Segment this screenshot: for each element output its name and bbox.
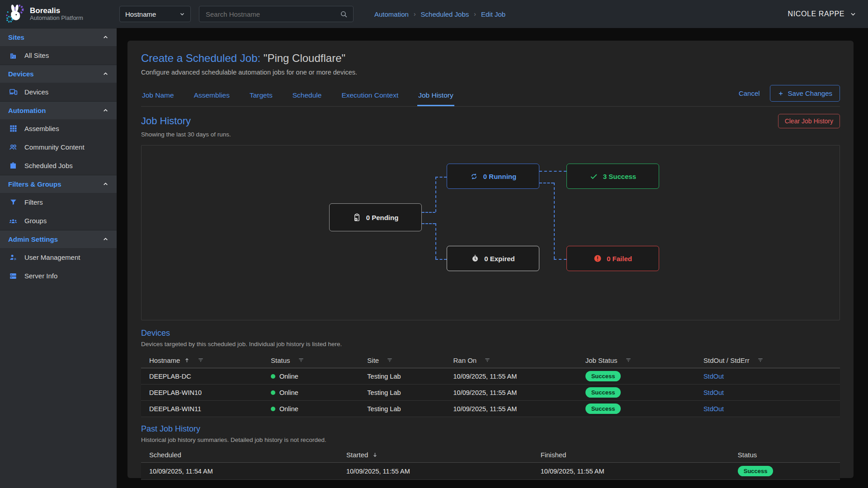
sidebar-section-label: Devices [8,70,34,78]
flow-node-failed[interactable]: 0 Failed [566,246,659,271]
devices-subheading: Devices targeted by this scheduled job. … [141,341,840,347]
tab-job-name[interactable]: Job Name [141,89,175,106]
past-status-badge: Success [738,466,774,476]
column-label: Finished [541,451,566,459]
sidebar-item-filters[interactable]: Filters [0,193,117,211]
people-icon [9,143,18,151]
filter-icon[interactable] [198,357,204,363]
column-header-ran-on[interactable]: Ran On [445,357,577,364]
filter-icon[interactable] [298,357,304,363]
sidebar-item-assemblies[interactable]: Assemblies [0,119,117,138]
past-started: 10/09/2025, 11:55 AM [338,468,533,475]
chevron-up-icon [103,71,108,77]
hostname-filter-value: Hostname [125,10,156,18]
sidebar-section-admin-settings[interactable]: Admin Settings [0,230,117,248]
job-status-badge: Success [585,387,621,398]
column-header-finished[interactable]: Finished [533,451,730,459]
column-header-status[interactable]: Status [263,357,359,364]
save-changes-button[interactable]: Save Changes [770,85,840,102]
sidebar-item-community-content[interactable]: Community Content [0,138,117,156]
filter-icon[interactable] [757,357,764,363]
page-title: Create a Scheduled Job: "Ping Cloudflare… [141,52,840,65]
breadcrumb-edit-job[interactable]: Edit Job [481,10,505,18]
online-status-dot [271,390,275,395]
sidebar-item-scheduled-jobs[interactable]: Scheduled Jobs [0,156,117,175]
filter-icon[interactable] [625,357,632,363]
job-history-heading: Job History [141,115,191,127]
sidebar-item-label: Server Info [24,272,57,280]
sidebar-section-sites[interactable]: Sites [0,28,117,46]
hostname-filter-dropdown[interactable]: Hostname [119,6,191,22]
device-row: DEEPLAB-DC Online Testing Lab 10/09/2025… [141,368,840,385]
server-icon [9,272,18,280]
stdout-link[interactable]: StdOut [703,405,724,413]
device-row: DEEPLAB-WIN11 Online Testing Lab 10/09/2… [141,401,840,417]
device-ran-on: 10/09/2025, 11:55 AM [445,405,577,413]
tabs: Job Name Assemblies Targets Schedule Exe… [141,89,454,106]
column-header-job-status[interactable]: Job Status [577,357,695,364]
topbar: Borealis Automation Platform Hostname Au… [0,0,868,28]
devices-heading: Devices [141,328,840,338]
briefcase-icon [9,162,18,170]
breadcrumb-scheduled-jobs[interactable]: Scheduled Jobs [421,10,469,18]
column-label: Status [738,451,757,459]
sidebar-item-devices[interactable]: Devices [0,83,117,101]
device-site: Testing Lab [359,389,445,396]
sidebar-item-user-management[interactable]: User Management [0,248,117,267]
hostname-search-input[interactable] [205,10,340,19]
stdout-link[interactable]: StdOut [703,389,724,396]
filter-icon[interactable] [387,357,393,363]
sidebar-item-groups[interactable]: Groups [0,211,117,230]
sidebar-item-label: All Sites [24,52,49,59]
sort-descending-icon [372,452,378,458]
connector-running-success [539,171,566,172]
chevron-up-icon [103,108,108,113]
device-hostname: DEEPLAB-WIN10 [141,389,263,396]
sidebar-section-automation[interactable]: Automation [0,101,117,119]
hostname-search-box[interactable] [199,6,354,22]
borealis-rabbit-logo-icon [5,4,25,24]
filter-icon[interactable] [484,357,491,363]
search-icon[interactable] [340,10,348,18]
breadcrumb-automation[interactable]: Automation [374,10,409,18]
column-header-site[interactable]: Site [359,357,445,364]
main-content: Create a Scheduled Job: "Ping Cloudflare… [117,28,868,488]
column-header-started[interactable]: Started [338,451,533,459]
devices-table-header: Hostname Status Site [141,352,840,368]
flow-node-label: 0 Running [483,173,516,180]
user-menu[interactable]: NICOLE RAPPE [788,10,856,18]
column-header-status[interactable]: Status [730,451,840,459]
stdout-link[interactable]: StdOut [703,373,724,380]
past-job-history-table: Scheduled Started Finished Status 10/09/… [141,447,840,480]
breadcrumb-separator: › [474,10,476,18]
sidebar-item-all-sites[interactable]: All Sites [0,46,117,65]
user-name: NICOLE RAPPE [788,10,844,18]
sidebar-section-devices[interactable]: Devices [0,65,117,83]
flow-node-running[interactable]: 0 Running [447,164,539,189]
device-status: Online [279,405,298,413]
column-header-stdout-stderr[interactable]: StdOut / StdErr [695,357,840,364]
past-job-history-subheading: Historical job history summaries. Detail… [141,436,840,443]
sidebar-item-server-info[interactable]: Server Info [0,267,117,285]
page-title-job-name: "Ping Cloudflare" [264,52,345,64]
clear-job-history-button[interactable]: Clear Job History [778,114,840,128]
job-status-badge: Success [585,404,621,414]
tab-execution-context[interactable]: Execution Context [340,89,399,106]
column-header-hostname[interactable]: Hostname [141,357,263,364]
connector-pending-expired [435,223,436,259]
past-job-history-heading: Past Job History [141,424,840,434]
tab-job-history[interactable]: Job History [417,89,454,106]
tab-targets[interactable]: Targets [249,89,274,106]
tab-schedule[interactable]: Schedule [292,89,323,106]
column-header-scheduled[interactable]: Scheduled [141,451,338,459]
column-label: Hostname [149,357,180,364]
sidebar-section-filters-groups[interactable]: Filters & Groups [0,175,117,193]
connector-running-failed [539,183,554,183]
stopwatch-icon [471,254,479,263]
tab-assemblies[interactable]: Assemblies [193,89,231,106]
sidebar-section-label: Filters & Groups [8,180,61,188]
flow-node-expired[interactable]: 0 Expired [447,246,539,271]
cancel-button[interactable]: Cancel [739,89,760,97]
flow-node-success[interactable]: 3 Success [566,164,659,189]
flow-node-pending[interactable]: 0 Pending [329,203,422,231]
